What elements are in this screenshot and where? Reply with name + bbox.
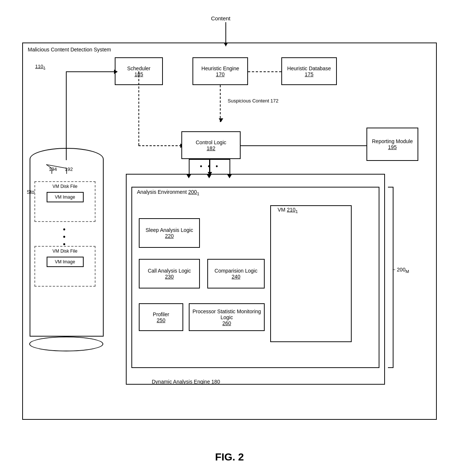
- reporting-box: Reporting Module 195: [366, 128, 418, 161]
- sys-sched-arrow: [114, 70, 118, 74]
- content-label: Content: [211, 15, 231, 22]
- profiler-box: Profiler 250: [139, 303, 183, 331]
- system-label: Malicious Content Detection System: [28, 46, 111, 54]
- call-analysis-box: Call Analysis Logic 230: [139, 259, 200, 288]
- brace-200m: [388, 187, 393, 368]
- heuristic-db-id: 175: [305, 71, 313, 77]
- diagram-container: Content Malicious Content Detection Syst…: [0, 0, 459, 476]
- scheduler-vertical-line: [138, 71, 139, 145]
- heuristic-engine-id: 170: [216, 71, 224, 77]
- sleep-id: 220: [165, 233, 174, 239]
- dim-brace-svg: [44, 163, 93, 178]
- system-name: Malicious Content Detection System: [28, 47, 111, 53]
- processor-stat-box: Processor Statistic Monitoring Logic 260: [189, 303, 265, 331]
- sleep-label: Sleep Analysis Logic: [145, 227, 193, 233]
- profiler-label: Profiler: [153, 311, 169, 317]
- heuristic-dashed-arrow: [220, 85, 221, 122]
- vm-image-2: VM Image: [47, 257, 84, 267]
- vm-box: [270, 205, 352, 342]
- control-report-line: [241, 145, 366, 146]
- vm-label: VM 2101: [278, 206, 298, 214]
- cylinder-bottom: [29, 337, 103, 351]
- heuristic-engine-box: Heuristic Engine 170: [192, 57, 248, 85]
- comparison-label: Comparision Logic: [215, 268, 258, 274]
- call-label: Call Analysis Logic: [148, 268, 191, 274]
- ctrl-engine-line-2: [230, 159, 230, 176]
- heuristic-engine-label: Heuristic Engine: [201, 65, 239, 71]
- control-logic-label: Control Logic: [196, 139, 227, 145]
- vm-image-1: VM Image: [47, 192, 84, 202]
- ctrl-engine-arrow-3: [207, 175, 211, 178]
- profiler-id: 250: [157, 317, 165, 323]
- vm-disk-file-2: VM Disk File VM Image: [34, 246, 96, 287]
- reporting-label: Reporting Module: [372, 138, 413, 144]
- sys-to-storage-v: [66, 71, 67, 160]
- sys-sched-line: [66, 71, 115, 72]
- system-id: 1101: [35, 64, 46, 70]
- comparison-logic-box: Comparision Logic 240: [207, 259, 265, 288]
- vm-disk-label-1: VM Disk File: [35, 182, 95, 189]
- heuristic-dashed-line: [248, 71, 281, 72]
- ctrl-engine-arrow-2: [227, 175, 232, 178]
- two-hundred-m-label: ~ 200M: [392, 266, 409, 274]
- scheduler-label: Scheduler: [127, 65, 150, 71]
- fig-label: FIG. 2: [215, 451, 244, 463]
- vm-disk-file-1: VM Disk File VM Image: [34, 181, 96, 222]
- comparison-id: 240: [232, 274, 240, 280]
- ctrl-engine-line-1: [189, 159, 190, 176]
- suspicious-content-label: Suspicious Content 172: [228, 98, 278, 104]
- scheduler-horizontal-line: [138, 145, 181, 146]
- control-logic-id: 182: [207, 145, 215, 151]
- vm-disk-label-2: VM Disk File: [35, 247, 95, 254]
- reporting-id: 195: [388, 144, 396, 150]
- vm-disk-dots: •••: [63, 226, 67, 248]
- sleep-analysis-box: Sleep Analysis Logic 220: [139, 218, 200, 248]
- processor-id: 260: [222, 320, 231, 326]
- heuristic-db-box: Heuristic Database 175: [281, 57, 337, 85]
- control-logic-box: Control Logic 182: [181, 131, 241, 159]
- dynamic-engine-label: Dynamic Analysis Engine 180: [152, 378, 220, 385]
- heuristic-db-label: Heuristic Database: [287, 65, 331, 71]
- content-arrow: [225, 22, 226, 46]
- analysis-env-label: Analysis Environment 2001: [137, 189, 199, 196]
- call-id: 230: [165, 274, 174, 280]
- processor-label: Processor Statistic Monitoring Logic: [192, 308, 262, 320]
- ctrl-engine-arrow-1: [187, 175, 191, 178]
- ctrl-engine-line-3: [209, 159, 210, 176]
